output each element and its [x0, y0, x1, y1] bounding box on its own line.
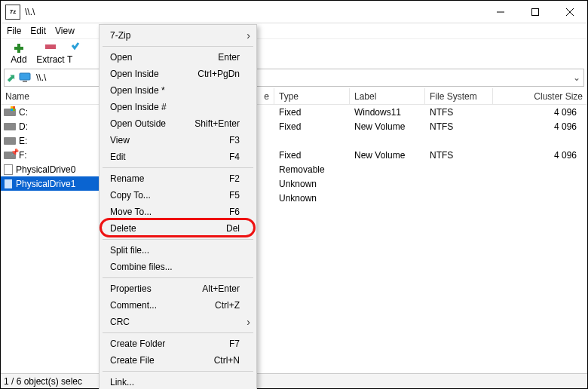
drive-icon — [4, 137, 16, 145]
drive-icon: 📌 — [4, 152, 16, 159]
ctx-properties[interactable]: PropertiesAlt+Enter — [100, 280, 256, 297]
separator — [103, 277, 253, 278]
extract-label: Extract — [36, 54, 64, 65]
separator — [103, 167, 253, 168]
minimize-button[interactable] — [483, 1, 518, 23]
ctx-view[interactable]: ViewF3 — [100, 132, 256, 149]
ctx-rename[interactable]: RenameF2 — [100, 170, 256, 187]
ctx-open-inside-hash[interactable]: Open Inside # — [100, 99, 256, 115]
header-cluster[interactable]: Cluster Size — [493, 88, 587, 104]
ctx-create-file[interactable]: Create FileCtrl+N — [100, 352, 256, 369]
ctx-create-folder[interactable]: Create FolderF7 — [100, 335, 256, 352]
ctx-move-to[interactable]: Move To...F6 — [100, 204, 256, 220]
header-label[interactable]: Label — [350, 88, 425, 104]
ctx-open[interactable]: OpenEnter — [100, 49, 256, 66]
ctx-open-outside[interactable]: Open OutsideShift+Enter — [100, 115, 256, 132]
extract-icon — [42, 42, 59, 54]
item-name: C: — [19, 107, 28, 118]
plus-icon — [11, 42, 27, 54]
ctx-open-inside-star[interactable]: Open Inside * — [100, 82, 256, 99]
separator — [103, 371, 253, 372]
chevron-down-icon[interactable]: ⌄ — [570, 72, 583, 83]
header-type[interactable]: Type — [274, 88, 350, 104]
toolbar: Add Extract T — [1, 38, 587, 67]
ctx-link[interactable]: Link... — [100, 374, 256, 389]
window-controls — [483, 1, 587, 23]
close-button[interactable] — [553, 1, 587, 23]
up-arrow-icon[interactable]: ⬈ — [5, 72, 18, 84]
header-filesystem[interactable]: File System — [425, 88, 493, 104]
svg-rect-5 — [20, 73, 30, 80]
menu-file[interactable]: File — [4, 26, 24, 36]
item-name: PhysicalDrive0 — [16, 164, 75, 175]
menubar: File Edit View — [1, 23, 587, 38]
test-icon — [67, 42, 84, 54]
svg-rect-1 — [532, 8, 539, 15]
menu-edit[interactable]: Edit — [27, 26, 49, 36]
ctx-split-file[interactable]: Split file... — [100, 242, 256, 259]
computer-icon — [18, 72, 32, 83]
statusbar: 1 / 6 object(s) selec — [1, 373, 587, 388]
column-headers[interactable]: Name e e Type Label File System Cluster … — [1, 88, 587, 105]
drive-icon — [4, 109, 16, 116]
separator — [103, 332, 253, 333]
file-icon — [4, 164, 13, 175]
svg-rect-4 — [45, 44, 56, 49]
ctx-delete[interactable]: DeleteDel — [100, 220, 256, 237]
item-name: F: — [19, 150, 27, 161]
extract-button[interactable]: Extract — [35, 40, 66, 67]
add-label: Add — [11, 54, 26, 65]
separator — [103, 239, 253, 240]
ctx-edit[interactable]: EditF4 — [100, 149, 256, 165]
ctx-7zip[interactable]: 7-Zip — [100, 27, 256, 44]
context-menu: 7-Zip OpenEnter Open InsideCtrl+PgDn Ope… — [99, 24, 257, 389]
file-pane[interactable]: C: D: E: 📌F: PhysicalDrive0 PhysicalDriv… — [1, 105, 587, 373]
separator — [103, 46, 253, 47]
ctx-open-inside[interactable]: Open InsideCtrl+PgDn — [100, 66, 256, 82]
test-button[interactable]: T — [67, 40, 82, 67]
app-icon: 7z — [5, 5, 20, 20]
app-window: 7z \\.\ File Edit View Add Extract T ⬈ \… — [0, 0, 588, 389]
drive-icon — [4, 123, 16, 130]
ctx-combine-files[interactable]: Combine files... — [100, 259, 256, 275]
ctx-copy-to[interactable]: Copy To...F5 — [100, 187, 256, 204]
status-text: 1 / 6 object(s) selec — [4, 376, 82, 387]
addressbar[interactable]: ⬈ \\.\ ⌄ — [4, 69, 584, 87]
file-icon — [4, 179, 13, 189]
menu-view[interactable]: View — [52, 26, 78, 36]
ctx-comment[interactable]: Comment...Ctrl+Z — [100, 297, 256, 314]
ctx-crc[interactable]: CRC — [100, 314, 256, 330]
item-name: D: — [19, 121, 28, 132]
titlebar[interactable]: 7z \\.\ — [1, 1, 587, 23]
window-title: \\.\ — [25, 7, 483, 17]
add-button[interactable]: Add — [4, 40, 34, 67]
test-label: T — [67, 54, 72, 65]
maximize-button[interactable] — [518, 1, 553, 23]
svg-rect-6 — [23, 81, 27, 82]
item-name: PhysicalDrive1 — [16, 179, 75, 189]
item-name: E: — [19, 136, 27, 146]
